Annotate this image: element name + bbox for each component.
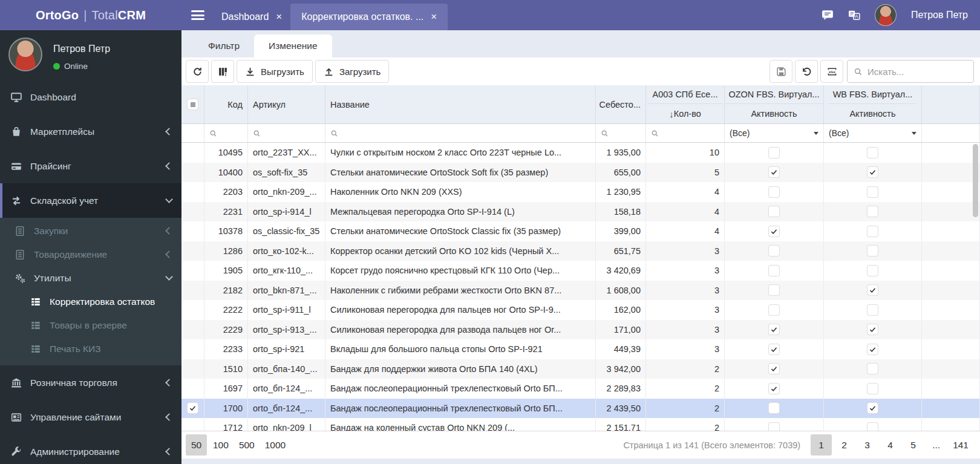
table-row[interactable]: 1905orto_кгк-110_...Корсет грудо пояснич… [181,261,980,281]
import-button[interactable]: Загрузить [315,60,390,83]
row-select-cell[interactable] [181,418,204,431]
table-row[interactable]: 10400os_soft-fix_35Стельки анатомические… [181,163,980,183]
row-select-cell[interactable] [181,379,204,399]
sidebar-item-site-management[interactable]: Управление сайтами [0,400,181,434]
ozon-activity-checkbox[interactable] [768,284,780,296]
column-header-cost[interactable]: Себесто... [596,85,646,123]
table-row[interactable]: 10378os_classic-fix_35Стельки анатомичес… [181,221,980,241]
wb-activity-checkbox[interactable] [867,383,878,394]
filter-name[interactable] [325,124,596,142]
row-select-cell[interactable] [181,182,204,202]
row-select-cell[interactable] [181,359,204,379]
page-3[interactable]: 3 [857,434,878,456]
page-1[interactable]: 1 [811,434,832,456]
wb-activity-checkbox[interactable] [867,402,878,414]
wb-activity-checkbox[interactable] [867,245,878,257]
user-avatar[interactable] [875,4,897,26]
ozon-activity-checkbox[interactable] [768,344,780,355]
row-select-cell[interactable] [181,261,204,281]
page-size-1000[interactable]: 1000 [261,434,290,456]
page-2[interactable]: 2 [834,434,855,456]
sidebar-item-reserved-goods[interactable]: Товары в резерве [0,313,181,337]
table-row[interactable]: 2203orto_nkn-209_...Наколенник Orto NKN … [181,182,980,202]
messages-icon[interactable] [822,10,834,21]
wb-activity-checkbox[interactable] [867,206,878,217]
close-icon[interactable]: × [431,11,437,23]
column-header-sku[interactable]: Артикул [248,85,325,123]
table-row[interactable]: 1700orto_бп-124_...Бандаж послеоперацион… [181,399,980,419]
table-row[interactable]: 1510orto_бпа-140_...Бандаж для поддержки… [181,359,980,379]
page-size-500[interactable]: 500 [235,434,259,456]
wb-activity-checkbox[interactable] [867,226,878,237]
user-avatar[interactable] [8,38,42,71]
table-row[interactable]: 2231orto_sp-i-914_lМежпальцевая перегоро… [181,202,980,222]
sidebar-item-utilities[interactable]: Утилиты [0,266,181,290]
table-row[interactable]: 1286orto_ко-102-k...Корректор осанки дет… [181,241,980,261]
row-select-cell[interactable] [181,202,204,222]
user-menu[interactable]: Петров Петр [911,10,968,21]
wb-activity-checkbox[interactable] [867,166,878,178]
table-row[interactable]: 10495orto_223T_XX...Чулки с открытым нос… [181,143,980,163]
table-row[interactable]: 2222orto_sp-i-911_lСиликоновая перегород… [181,300,980,320]
app-logo[interactable]: OrtoGo | TotalCRM [0,0,181,30]
tab-filter[interactable]: Фильтр [194,34,254,57]
row-select-cell[interactable] [181,281,204,301]
sidebar-item-kiz-print[interactable]: Печать КИЗ [0,337,181,361]
sidebar-item-administration[interactable]: Администрирование [0,434,181,464]
filter-qty[interactable] [646,124,725,142]
refresh-button[interactable] [186,60,209,83]
ozon-activity-checkbox[interactable] [768,402,780,414]
table-row[interactable]: 2182orto_bkn-871_...Наколенник с гибкими… [181,281,980,301]
filter-cost[interactable] [596,124,646,142]
translate-icon[interactable]: ЯA [848,10,860,21]
sidebar-item-stock-correction[interactable]: Корректировка остатков [0,290,181,313]
top-tab-stock-correction[interactable]: Корректировка остатков. ... × [290,4,448,30]
row-select-cell[interactable] [181,143,204,163]
top-tab-dashboard[interactable]: Dashboard × [213,4,290,30]
ozon-activity-checkbox[interactable] [768,206,780,217]
ozon-activity-checkbox[interactable] [768,363,780,374]
ozon-activity-checkbox[interactable] [768,245,780,257]
table-row[interactable]: 2233orto_sp-i-921Вкладыш для большого па… [181,339,980,359]
page-size-50[interactable]: 50 [186,434,207,456]
column-header-qty[interactable]: Кол-во [664,104,706,123]
page-size-100[interactable]: 100 [209,434,233,456]
search-input[interactable] [867,67,967,77]
sidebar-item-goods-movement[interactable]: Товародвижение [0,243,181,266]
ozon-activity-checkbox[interactable] [768,265,780,276]
ozon-activity-checkbox[interactable] [768,166,780,178]
column-header-code[interactable]: Код [204,85,248,123]
table-row[interactable]: 1697orto_бп-124_...Бандаж послеоперацион… [181,379,980,399]
column-group-header-wb[interactable]: WB FBS. Виртуал... [828,85,918,104]
ozon-activity-checkbox[interactable] [768,383,780,394]
sidebar-item-marketplaces[interactable]: Маркетплейсы [0,114,181,149]
row-select-cell[interactable] [181,241,204,261]
wb-activity-checkbox[interactable] [867,363,878,374]
ozon-activity-checkbox[interactable] [768,324,780,335]
ozon-activity-checkbox[interactable] [768,226,780,237]
row-select-cell[interactable] [181,399,204,419]
column-header-ozon-activity[interactable]: Активность [746,104,802,123]
row-select-cell[interactable] [181,320,204,340]
sidebar-item-pricing[interactable]: Прайсинг [0,149,181,183]
export-button[interactable]: Выгрузить [237,60,313,83]
row-select-cell[interactable] [181,300,204,320]
wb-activity-checkbox[interactable] [867,186,878,198]
save-button[interactable] [769,60,792,83]
column-chooser-button[interactable] [211,60,234,83]
ozon-activity-checkbox[interactable] [768,147,780,158]
column-group-header-a003[interactable]: А003 СПб Есе... [647,85,722,104]
ozon-activity-filter-select[interactable]: (Все) [725,124,824,142]
undo-button[interactable] [795,60,818,83]
page-141[interactable]: 141 [949,434,973,456]
wb-activity-checkbox[interactable] [867,304,878,316]
ozon-activity-checkbox[interactable] [768,186,780,198]
ozon-activity-checkbox[interactable] [768,422,780,431]
filter-code[interactable] [204,124,248,142]
row-select-cell[interactable] [181,163,204,183]
vertical-scrollbar-thumb[interactable] [973,144,978,217]
column-header-wb-activity[interactable]: Активность [844,104,900,123]
sidebar-item-purchases[interactable]: Закупки [0,219,181,243]
page-5[interactable]: 5 [903,434,924,456]
column-group-header-ozon[interactable]: OZON FBS. Виртуал... [725,85,824,104]
